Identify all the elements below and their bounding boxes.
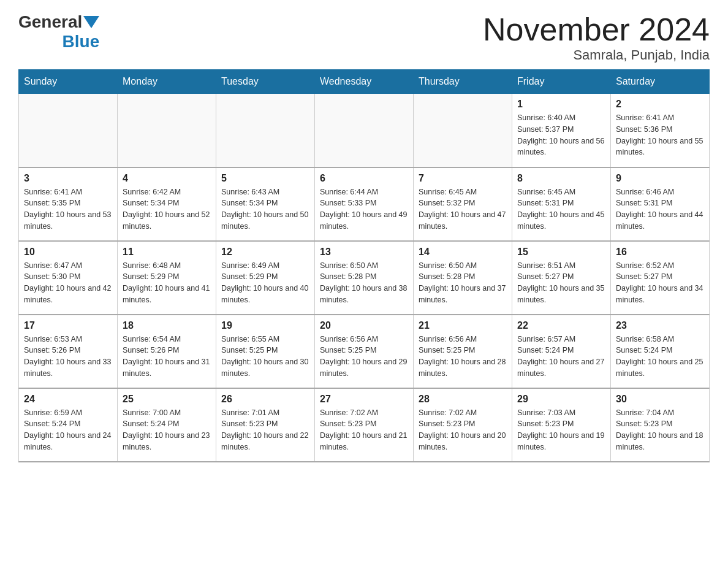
day-number: 20 <box>320 320 408 331</box>
week-row-3: 17Sunrise: 6:53 AM Sunset: 5:26 PM Dayli… <box>19 315 710 388</box>
day-cell: 21Sunrise: 6:56 AM Sunset: 5:25 PM Dayli… <box>414 315 512 388</box>
day-cell: 5Sunrise: 6:43 AM Sunset: 5:34 PM Daylig… <box>216 167 315 241</box>
day-info: Sunrise: 6:59 AM Sunset: 5:24 PM Dayligh… <box>24 407 112 453</box>
day-cell: 26Sunrise: 7:01 AM Sunset: 5:23 PM Dayli… <box>216 388 315 462</box>
week-row-4: 24Sunrise: 6:59 AM Sunset: 5:24 PM Dayli… <box>19 388 710 462</box>
day-cell <box>19 94 118 167</box>
day-cell: 2Sunrise: 6:41 AM Sunset: 5:36 PM Daylig… <box>611 94 710 167</box>
day-number: 29 <box>517 394 605 405</box>
day-info: Sunrise: 6:50 AM Sunset: 5:28 PM Dayligh… <box>419 260 507 306</box>
day-number: 8 <box>517 173 605 184</box>
day-info: Sunrise: 6:41 AM Sunset: 5:36 PM Dayligh… <box>616 112 704 158</box>
day-cell: 6Sunrise: 6:44 AM Sunset: 5:33 PM Daylig… <box>315 167 414 241</box>
day-number: 28 <box>419 394 507 405</box>
day-info: Sunrise: 6:54 AM Sunset: 5:26 PM Dayligh… <box>123 334 211 380</box>
day-info: Sunrise: 6:51 AM Sunset: 5:27 PM Dayligh… <box>517 260 605 306</box>
day-cell: 8Sunrise: 6:45 AM Sunset: 5:31 PM Daylig… <box>512 167 611 241</box>
day-number: 1 <box>517 99 605 110</box>
weekday-header-row: SundayMondayTuesdayWednesdayThursdayFrid… <box>19 70 710 94</box>
weekday-header-monday: Monday <box>118 70 216 94</box>
week-row-2: 10Sunrise: 6:47 AM Sunset: 5:30 PM Dayli… <box>19 241 710 315</box>
day-info: Sunrise: 6:45 AM Sunset: 5:32 PM Dayligh… <box>419 186 507 232</box>
day-info: Sunrise: 7:02 AM Sunset: 5:23 PM Dayligh… <box>320 407 408 453</box>
day-info: Sunrise: 6:48 AM Sunset: 5:29 PM Dayligh… <box>123 260 211 306</box>
day-info: Sunrise: 6:55 AM Sunset: 5:25 PM Dayligh… <box>221 334 309 380</box>
day-info: Sunrise: 6:44 AM Sunset: 5:33 PM Dayligh… <box>320 186 408 232</box>
day-number: 10 <box>24 247 112 258</box>
weekday-header-saturday: Saturday <box>611 70 710 94</box>
logo-blue-text: Blue <box>63 32 100 52</box>
day-cell: 14Sunrise: 6:50 AM Sunset: 5:28 PM Dayli… <box>414 241 512 315</box>
location-title: Samrala, Punjab, India <box>483 47 710 63</box>
day-number: 18 <box>123 320 211 331</box>
day-cell: 4Sunrise: 6:42 AM Sunset: 5:34 PM Daylig… <box>118 167 216 241</box>
day-cell: 17Sunrise: 6:53 AM Sunset: 5:26 PM Dayli… <box>19 315 118 388</box>
weekday-header-friday: Friday <box>512 70 611 94</box>
week-row-0: 1Sunrise: 6:40 AM Sunset: 5:37 PM Daylig… <box>19 94 710 167</box>
day-number: 23 <box>616 320 704 331</box>
day-info: Sunrise: 6:58 AM Sunset: 5:24 PM Dayligh… <box>616 334 704 380</box>
day-info: Sunrise: 7:02 AM Sunset: 5:23 PM Dayligh… <box>419 407 507 453</box>
day-info: Sunrise: 6:53 AM Sunset: 5:26 PM Dayligh… <box>24 334 112 380</box>
day-cell: 3Sunrise: 6:41 AM Sunset: 5:35 PM Daylig… <box>19 167 118 241</box>
day-number: 7 <box>419 173 507 184</box>
day-info: Sunrise: 6:52 AM Sunset: 5:27 PM Dayligh… <box>616 260 704 306</box>
day-info: Sunrise: 6:56 AM Sunset: 5:25 PM Dayligh… <box>320 334 408 380</box>
day-info: Sunrise: 6:46 AM Sunset: 5:31 PM Dayligh… <box>616 186 704 232</box>
day-cell: 12Sunrise: 6:49 AM Sunset: 5:29 PM Dayli… <box>216 241 315 315</box>
day-number: 5 <box>221 173 309 184</box>
day-cell: 27Sunrise: 7:02 AM Sunset: 5:23 PM Dayli… <box>315 388 414 462</box>
logo: General Blue <box>18 12 99 52</box>
day-cell: 30Sunrise: 7:04 AM Sunset: 5:23 PM Dayli… <box>611 388 710 462</box>
day-number: 26 <box>221 394 309 405</box>
day-cell: 22Sunrise: 6:57 AM Sunset: 5:24 PM Dayli… <box>512 315 611 388</box>
day-cell: 16Sunrise: 6:52 AM Sunset: 5:27 PM Dayli… <box>611 241 710 315</box>
day-cell: 19Sunrise: 6:55 AM Sunset: 5:25 PM Dayli… <box>216 315 315 388</box>
day-number: 19 <box>221 320 309 331</box>
day-cell <box>118 94 216 167</box>
weekday-header-sunday: Sunday <box>19 70 118 94</box>
day-cell <box>414 94 512 167</box>
day-info: Sunrise: 6:45 AM Sunset: 5:31 PM Dayligh… <box>517 186 605 232</box>
day-cell: 9Sunrise: 6:46 AM Sunset: 5:31 PM Daylig… <box>611 167 710 241</box>
day-info: Sunrise: 6:41 AM Sunset: 5:35 PM Dayligh… <box>24 186 112 232</box>
day-number: 4 <box>123 173 211 184</box>
day-number: 16 <box>616 247 704 258</box>
day-info: Sunrise: 7:03 AM Sunset: 5:23 PM Dayligh… <box>517 407 605 453</box>
weekday-header-tuesday: Tuesday <box>216 70 315 94</box>
day-cell: 24Sunrise: 6:59 AM Sunset: 5:24 PM Dayli… <box>19 388 118 462</box>
day-number: 13 <box>320 247 408 258</box>
day-info: Sunrise: 6:42 AM Sunset: 5:34 PM Dayligh… <box>123 186 211 232</box>
logo-general-text: General <box>18 12 82 32</box>
weekday-header-thursday: Thursday <box>414 70 512 94</box>
day-number: 30 <box>616 394 704 405</box>
day-info: Sunrise: 6:43 AM Sunset: 5:34 PM Dayligh… <box>221 186 309 232</box>
day-number: 2 <box>616 99 704 110</box>
day-cell <box>216 94 315 167</box>
day-cell: 11Sunrise: 6:48 AM Sunset: 5:29 PM Dayli… <box>118 241 216 315</box>
calendar-table: SundayMondayTuesdayWednesdayThursdayFrid… <box>18 69 710 462</box>
day-cell: 20Sunrise: 6:56 AM Sunset: 5:25 PM Dayli… <box>315 315 414 388</box>
day-number: 27 <box>320 394 408 405</box>
day-info: Sunrise: 6:56 AM Sunset: 5:25 PM Dayligh… <box>419 334 507 380</box>
day-number: 14 <box>419 247 507 258</box>
day-number: 15 <box>517 247 605 258</box>
day-number: 17 <box>24 320 112 331</box>
day-cell: 10Sunrise: 6:47 AM Sunset: 5:30 PM Dayli… <box>19 241 118 315</box>
day-number: 24 <box>24 394 112 405</box>
day-cell <box>315 94 414 167</box>
day-info: Sunrise: 6:49 AM Sunset: 5:29 PM Dayligh… <box>221 260 309 306</box>
day-number: 6 <box>320 173 408 184</box>
day-info: Sunrise: 7:01 AM Sunset: 5:23 PM Dayligh… <box>221 407 309 453</box>
day-cell: 15Sunrise: 6:51 AM Sunset: 5:27 PM Dayli… <box>512 241 611 315</box>
day-number: 11 <box>123 247 211 258</box>
month-title: November 2024 <box>483 12 710 47</box>
day-cell: 25Sunrise: 7:00 AM Sunset: 5:24 PM Dayli… <box>118 388 216 462</box>
day-cell: 29Sunrise: 7:03 AM Sunset: 5:23 PM Dayli… <box>512 388 611 462</box>
day-cell: 18Sunrise: 6:54 AM Sunset: 5:26 PM Dayli… <box>118 315 216 388</box>
day-cell: 1Sunrise: 6:40 AM Sunset: 5:37 PM Daylig… <box>512 94 611 167</box>
day-info: Sunrise: 7:04 AM Sunset: 5:23 PM Dayligh… <box>616 407 704 453</box>
day-cell: 13Sunrise: 6:50 AM Sunset: 5:28 PM Dayli… <box>315 241 414 315</box>
logo-triangle-icon <box>83 16 99 28</box>
day-info: Sunrise: 6:50 AM Sunset: 5:28 PM Dayligh… <box>320 260 408 306</box>
